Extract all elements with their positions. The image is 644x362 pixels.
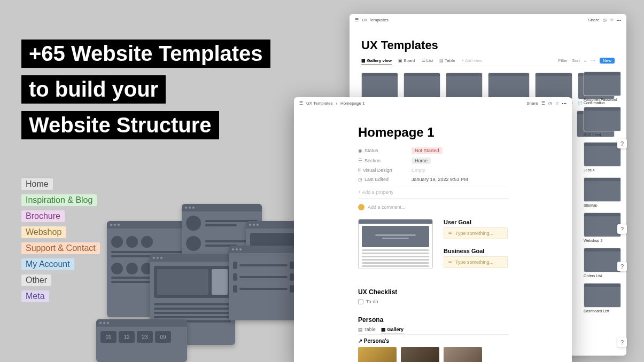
- help-icon[interactable]: ?: [617, 337, 627, 347]
- help-icon[interactable]: ?: [617, 139, 627, 148]
- tab-list[interactable]: ☰ List: [422, 58, 433, 63]
- share-button[interactable]: Share: [588, 18, 599, 22]
- wireframe-card: 01 12 23 09: [96, 319, 187, 362]
- clock-icon: ◷: [358, 177, 362, 182]
- new-button[interactable]: New: [600, 58, 615, 64]
- property-row[interactable]: ☰Section Home: [358, 158, 508, 164]
- category-tag[interactable]: Other: [21, 274, 51, 286]
- clock-icon[interactable]: ◷: [548, 101, 552, 106]
- section-icon: ☰: [358, 158, 362, 163]
- window-toolbar: ☰ UX Templates / Homepage 1 Share ☰ ◷ ☆ …: [294, 97, 572, 109]
- category-tag[interactable]: Webshop: [21, 226, 66, 238]
- add-comment[interactable]: Add a comment...: [358, 204, 508, 210]
- page-title: Homepage 1: [358, 125, 508, 140]
- wireframe-preview: [358, 219, 433, 277]
- business-goal-label: Business Goal: [444, 248, 508, 254]
- category-tag[interactable]: Home: [21, 178, 53, 190]
- checkbox-icon[interactable]: [358, 299, 363, 304]
- more-icon[interactable]: •••: [617, 18, 621, 22]
- share-button[interactable]: Share: [526, 101, 538, 106]
- user-goal-label: User Goal: [444, 219, 508, 225]
- user-goal-input[interactable]: Type something...: [444, 227, 508, 239]
- page-title: UX Templates: [361, 38, 615, 52]
- persona-image[interactable]: [401, 347, 439, 362]
- status-badge[interactable]: Not Started: [412, 147, 443, 154]
- more-icon[interactable]: •••: [562, 101, 567, 106]
- category-tag[interactable]: Meta: [21, 290, 49, 302]
- category-tag[interactable]: My Account: [21, 258, 74, 270]
- section-badge[interactable]: Home: [412, 158, 431, 164]
- filter-button[interactable]: Filter: [558, 58, 568, 63]
- status-icon: ◉: [358, 148, 362, 153]
- persona-image[interactable]: [444, 347, 482, 362]
- help-icon[interactable]: ?: [617, 262, 627, 271]
- avatar: [358, 204, 364, 210]
- tab-table[interactable]: ▤ Table: [358, 327, 376, 334]
- category-tag[interactable]: Inspiration & Blog: [21, 194, 97, 206]
- search-icon[interactable]: ⌕: [584, 58, 587, 63]
- empty-value: Empty: [412, 168, 425, 173]
- comment-icon[interactable]: ☰: [541, 101, 545, 106]
- category-tag[interactable]: Support & Contact: [21, 242, 100, 254]
- wireframe-card: [182, 204, 262, 284]
- star-icon[interactable]: ☆: [555, 101, 559, 106]
- gallery-card[interactable]: Forgotten Password: [584, 72, 621, 101]
- gallery-card[interactable]: Orders List: [584, 248, 621, 278]
- gallery-card[interactable]: Webshop 2: [584, 213, 621, 242]
- notion-window-page: ☰ UX Templates / Homepage 1 Share ☰ ◷ ☆ …: [294, 97, 572, 362]
- todo-item[interactable]: To-do: [358, 299, 508, 304]
- tab-table[interactable]: ▤ Table: [439, 58, 455, 63]
- tab-gallery[interactable]: ▦ Gallery: [381, 327, 404, 334]
- last-edited-value: January 19, 2022 9:53 PM: [412, 177, 468, 182]
- breadcrumb[interactable]: Homepage 1: [340, 101, 365, 106]
- view-tabs: ▦ Gallery view ▣ Board ☰ List ▤ Table + …: [361, 58, 615, 66]
- property-row[interactable]: ◉Status Not Started: [358, 147, 508, 154]
- persona-heading: Persona: [358, 316, 508, 324]
- file-icon: ⎘: [358, 168, 361, 173]
- star-icon[interactable]: ☆: [610, 18, 614, 22]
- wireframe-card: [150, 254, 235, 345]
- headline-line-1: +65 Website Templates: [21, 40, 270, 68]
- more-icon[interactable]: ⋯: [591, 58, 595, 63]
- property-row[interactable]: ◷Last Edited January 19, 2022 9:53 PM: [358, 177, 508, 182]
- wireframe-card: [107, 221, 187, 317]
- gallery-card[interactable]: Jobs 4: [584, 142, 621, 172]
- tab-board[interactable]: ▣ Board: [398, 58, 415, 63]
- add-property-button[interactable]: + Add a property: [358, 186, 508, 199]
- gallery-card[interactable]: Dashboard Left: [584, 283, 621, 313]
- ux-checklist-heading: UX Checklist: [358, 288, 508, 296]
- svg-line-1: [282, 272, 284, 274]
- menu-icon[interactable]: ☰: [355, 18, 359, 22]
- breadcrumb[interactable]: UX Templates: [306, 101, 333, 106]
- window-toolbar: ☰ UX Templates Share ◷ ☆ •••: [350, 14, 626, 26]
- sort-button[interactable]: Sort: [572, 58, 580, 63]
- help-icon[interactable]: ?: [617, 224, 627, 234]
- property-row[interactable]: ⎘Visual Design Empty: [358, 168, 508, 173]
- persona-gallery: [358, 347, 508, 362]
- breadcrumb[interactable]: UX Templates: [362, 18, 389, 22]
- headline-line-2: to build your: [21, 75, 166, 104]
- persona-tabs: ▤ Table ▦ Gallery: [358, 327, 508, 335]
- tab-gallery[interactable]: ▦ Gallery view: [361, 58, 392, 65]
- gallery-side-column: Forgotten PasswordRSS FeedJobs 4SitemapW…: [584, 72, 621, 313]
- headline-line-3: Website Structure: [21, 111, 219, 139]
- menu-icon[interactable]: ☰: [299, 101, 303, 106]
- business-goal-input[interactable]: Type something...: [444, 256, 508, 268]
- wireframe-card: [229, 246, 298, 320]
- category-tags: HomeInspiration & BlogBrochureWebshopSup…: [21, 178, 100, 302]
- gallery-card[interactable]: RSS Feed: [584, 107, 621, 137]
- clock-icon[interactable]: ◷: [603, 18, 607, 22]
- svg-point-0: [277, 268, 282, 273]
- gallery-card[interactable]: Sitemap: [584, 177, 621, 207]
- category-tag[interactable]: Brochure: [21, 210, 65, 222]
- headline-block: +65 Website Templates to build your Webs…: [21, 40, 270, 147]
- persona-image[interactable]: [358, 347, 397, 362]
- add-view[interactable]: + Add view: [461, 58, 482, 63]
- persona-link[interactable]: ↗ Persona's: [358, 338, 508, 344]
